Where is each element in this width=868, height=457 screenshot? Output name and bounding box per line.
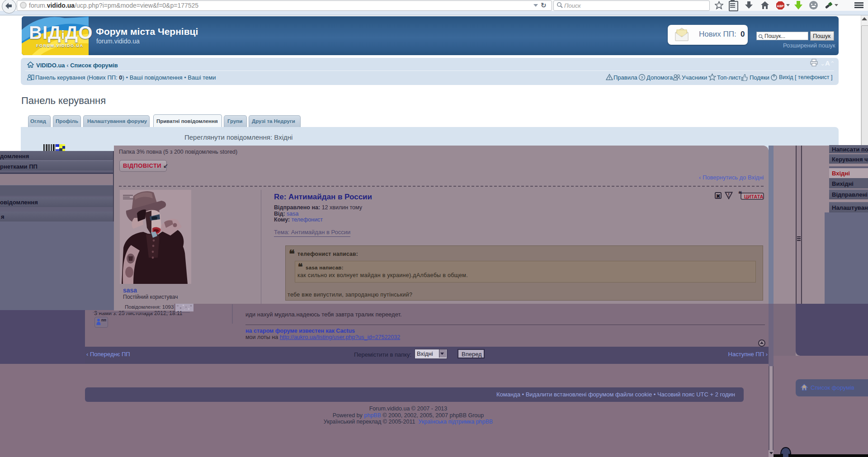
svg-text:?: ?	[641, 75, 643, 80]
svg-text:ABP: ABP	[777, 5, 784, 8]
svg-text:!: !	[728, 192, 730, 198]
